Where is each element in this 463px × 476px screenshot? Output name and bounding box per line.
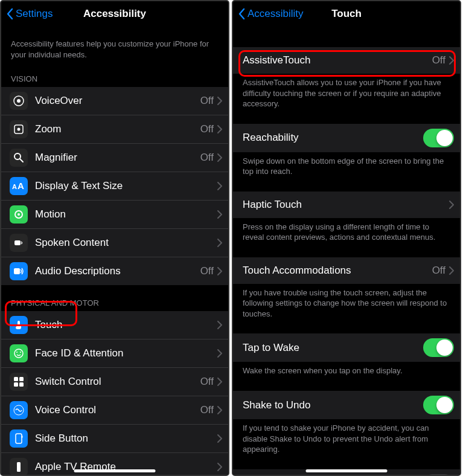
voicectrl-icon [10, 401, 28, 419]
row-label: Face ID & Attention [35, 347, 217, 359]
settings-row-switch-control[interactable]: Switch ControlOff [1, 368, 228, 396]
chevron-right-icon [217, 153, 222, 162]
settings-row-touch-accommodations[interactable]: Touch AccommodationsOff [233, 257, 460, 284]
switch-icon [10, 373, 28, 391]
row-value: Off [432, 265, 445, 277]
chevron-right-icon [217, 321, 222, 329]
toggle-switch[interactable] [423, 396, 454, 414]
row-label: Display & Text Size [35, 180, 217, 192]
svg-rect-21 [22, 436, 23, 438]
voiceover-icon [10, 92, 28, 110]
settings-row-magnifier[interactable]: MagnifierOff [1, 144, 228, 172]
chevron-right-icon [217, 267, 222, 275]
chevron-right-icon [217, 182, 222, 190]
svg-point-1 [17, 99, 21, 103]
row-label: VoiceOver [35, 95, 200, 107]
accessibility-screen: Settings Accessibility Accessibility fea… [0, 0, 229, 476]
row-label: Voice Control [35, 404, 200, 416]
section-footer: AssistiveTouch allows you to use your iP… [233, 74, 460, 117]
settings-row-audio-descriptions[interactable]: Audio DescriptionsOff [1, 257, 228, 285]
content-scroll[interactable]: Accessibility features help you customiz… [1, 28, 228, 475]
settings-row-touch[interactable]: Touch [1, 311, 228, 339]
chevron-right-icon [449, 201, 454, 209]
chevron-left-icon [238, 8, 245, 20]
row-label: Spoken Content [35, 237, 217, 249]
toggle-knob [436, 397, 453, 413]
motion-icon [10, 205, 28, 224]
back-button[interactable]: Settings [6, 8, 53, 20]
touch-screen: Accessibility Touch AssistiveTouchOffAss… [232, 0, 461, 476]
settings-row-zoom[interactable]: ZoomOff [1, 115, 228, 144]
zoom-icon [10, 120, 28, 138]
row-label: Side Button [35, 433, 217, 445]
row-label: Zoom [35, 123, 200, 135]
svg-rect-20 [16, 434, 22, 443]
row-label: Touch [35, 319, 217, 331]
svg-text:A: A [18, 181, 24, 191]
settings-row-voice-control[interactable]: Voice ControlOff [1, 396, 228, 425]
row-value: Off [432, 54, 445, 66]
svg-rect-17 [14, 382, 18, 387]
row-label: Tap to Wake [243, 342, 423, 354]
settings-row-reachability[interactable]: Reachability [233, 124, 460, 152]
row-label: Magnifier [35, 152, 200, 164]
page-title: Accessibility [83, 8, 146, 20]
svg-point-9 [18, 213, 20, 216]
section-footer: Wake the screen when you tap on the disp… [233, 362, 460, 384]
section-header-physical: PHYSICAL AND MOTOR [1, 285, 228, 311]
svg-point-3 [18, 128, 21, 131]
row-value: Off [200, 265, 214, 277]
chevron-right-icon [217, 378, 222, 386]
settings-row-haptic-touch[interactable]: Haptic Touch [233, 191, 460, 218]
spoken-icon [10, 234, 28, 252]
row-label: Touch Accommodations [243, 265, 432, 277]
settings-row-assistivetouch[interactable]: AssistiveTouchOff [233, 47, 460, 74]
settings-row-display-text-size[interactable]: AADisplay & Text Size [1, 172, 228, 201]
back-button[interactable]: Accessibility [238, 8, 304, 20]
svg-rect-22 [17, 462, 21, 472]
toggle-switch[interactable] [423, 129, 454, 147]
svg-point-14 [20, 352, 21, 353]
svg-rect-10 [14, 240, 21, 245]
page-title: Touch [331, 8, 362, 20]
home-indicator[interactable] [74, 469, 156, 472]
svg-rect-16 [19, 377, 24, 381]
toggle-switch[interactable] [423, 474, 454, 475]
settings-row-motion[interactable]: Motion [1, 201, 228, 229]
sidebtn-icon [10, 429, 28, 448]
toggle-knob [436, 339, 453, 356]
tvremote-icon [10, 458, 28, 475]
settings-row-spoken-content[interactable]: Spoken Content [1, 229, 228, 257]
chevron-right-icon [217, 239, 222, 247]
toggle-knob [436, 130, 453, 146]
svg-rect-11 [14, 268, 20, 274]
toggle-switch[interactable] [423, 338, 454, 357]
section-footer: If you have trouble using the touch scre… [233, 284, 460, 327]
chevron-left-icon [6, 8, 13, 20]
row-label: Motion [35, 208, 217, 220]
settings-row-tap-to-wake[interactable]: Tap to Wake [233, 333, 460, 362]
settings-row-shake-to-undo[interactable]: Shake to Undo [233, 391, 460, 419]
faceid-icon [10, 344, 28, 362]
textsize-icon: AA [10, 177, 28, 195]
row-value: Off [200, 152, 214, 164]
back-label: Settings [16, 8, 53, 20]
chevron-right-icon [217, 349, 222, 358]
row-label: Switch Control [35, 376, 200, 388]
row-label: AssistiveTouch [243, 54, 432, 66]
svg-rect-15 [14, 377, 18, 381]
chevron-right-icon [449, 56, 454, 65]
section-header-vision: VISION [1, 66, 228, 87]
row-value: Off [200, 376, 214, 388]
content-scroll[interactable]: AssistiveTouchOffAssistiveTouch allows y… [233, 28, 460, 475]
home-indicator[interactable] [306, 469, 388, 472]
row-label: Reachability [243, 132, 423, 144]
row-value: Off [200, 123, 214, 135]
chevron-right-icon [217, 434, 222, 443]
section-footer: Press on the display using a different l… [233, 218, 460, 250]
settings-row-voiceover[interactable]: VoiceOverOff [1, 87, 228, 115]
settings-row-face-id-attention[interactable]: Face ID & Attention [1, 339, 228, 368]
settings-row-side-button[interactable]: Side Button [1, 425, 228, 453]
nav-header: Accessibility Touch [233, 1, 460, 28]
back-label: Accessibility [247, 8, 304, 20]
